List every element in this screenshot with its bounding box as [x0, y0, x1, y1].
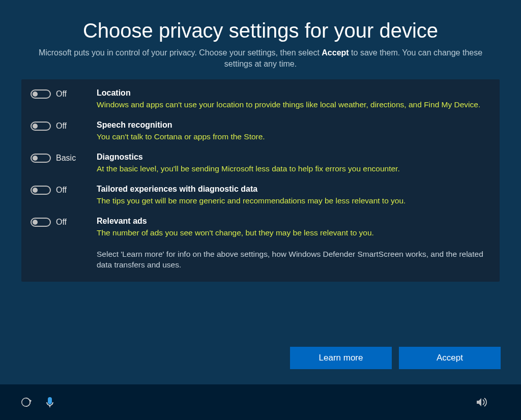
setting-desc-tailored: The tips you get will be more generic an… [97, 196, 486, 206]
learn-more-button[interactable]: Learn more [290, 347, 392, 369]
setting-desc-location: Windows and apps can't use your location… [97, 100, 486, 110]
action-bar: Learn more Accept [290, 347, 501, 369]
subtitle-pre: Microsoft puts you in control of your pr… [39, 48, 322, 57]
toggle-location[interactable] [31, 89, 51, 99]
setting-row-ads: Off Relevant ads The number of ads you s… [31, 217, 486, 238]
volume-icon[interactable] [475, 397, 487, 408]
setting-row-location: Off Location Windows and apps can't use … [31, 88, 486, 110]
panel-footnote: Select 'Learn more' for info on the abov… [97, 249, 486, 271]
toggle-tailored[interactable] [31, 186, 51, 195]
accept-button[interactable]: Accept [399, 347, 501, 369]
toggle-speech[interactable] [31, 122, 51, 131]
setting-title-speech: Speech recognition [97, 121, 486, 130]
setting-title-location: Location [97, 88, 486, 98]
setting-title-diagnostics: Diagnostics [97, 153, 486, 162]
svg-rect-1 [48, 397, 52, 404]
toggle-diagnostics[interactable] [31, 154, 51, 163]
toggle-ads[interactable] [31, 218, 51, 227]
setting-row-diagnostics: Basic Diagnostics At the basic level, yo… [31, 153, 486, 174]
subtitle-accept-word: Accept [322, 48, 349, 57]
setting-title-tailored: Tailored experiences with diagnostic dat… [97, 185, 486, 194]
setting-row-speech: Off Speech recognition You can't talk to… [31, 121, 486, 142]
oobe-privacy-screen: Choose privacy settings for your device … [0, 0, 521, 420]
settings-panel: Off Location Windows and apps can't use … [21, 79, 500, 282]
state-label-location: Off [56, 89, 67, 99]
oobe-taskbar [0, 384, 521, 420]
state-label-ads: Off [56, 218, 67, 227]
cortana-mic-icon[interactable] [45, 396, 55, 408]
state-label-tailored: Off [56, 186, 67, 195]
accessibility-icon[interactable] [20, 397, 32, 408]
setting-desc-diagnostics: At the basic level, you'll be sending Mi… [97, 164, 486, 174]
state-label-speech: Off [56, 122, 67, 131]
setting-row-tailored: Off Tailored experiences with diagnostic… [31, 185, 486, 206]
setting-desc-ads: The number of ads you see won't change, … [97, 228, 486, 238]
page-title: Choose privacy settings for your device [21, 19, 500, 42]
setting-title-ads: Relevant ads [97, 217, 486, 226]
state-label-diagnostics: Basic [56, 154, 76, 163]
page-subtitle: Microsoft puts you in control of your pr… [37, 47, 484, 69]
setting-desc-speech: You can't talk to Cortana or apps from t… [97, 132, 486, 142]
